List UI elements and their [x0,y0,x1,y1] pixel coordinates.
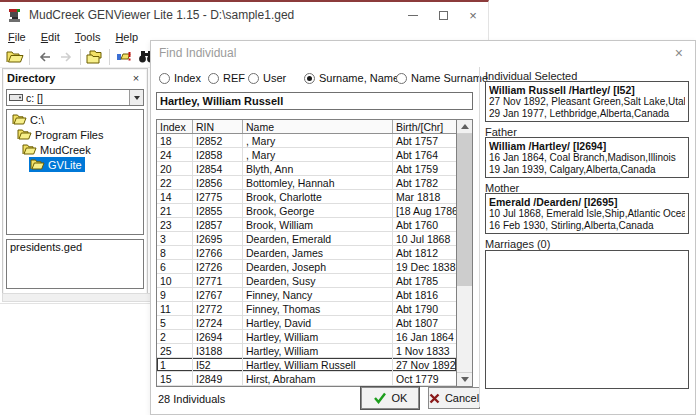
table-row[interactable]: 14 I2775 Brook, Charlotte Mar 1818 [157,190,456,204]
menu-help[interactable]: Help [115,31,138,43]
find-results: Index RIN Name Birth/[Chr] 18 I2852 , Ma… [156,119,473,387]
table-row[interactable]: 6 I2726 Dearden, Joseph 19 Dec 1838 [157,260,456,274]
marriages-label: Marriages (0) [485,238,689,250]
menu-tools[interactable]: Tools [75,31,101,43]
radio-user[interactable]: User [248,72,286,84]
gedcom-info-icon[interactable] [113,47,135,66]
directory-panel-title: Directory [7,72,55,84]
drive-selector[interactable]: c: [] [6,89,144,106]
close-icon[interactable]: × [458,2,488,28]
radio-index[interactable]: Index [159,72,201,84]
father-box: William /Hartley/ [I2694] 16 Jan 1864, C… [485,137,689,178]
maximize-icon[interactable] [428,2,458,28]
menu-edit[interactable]: Edit [41,31,60,43]
cancel-x-icon [429,393,440,404]
radio-circle[interactable] [248,73,259,84]
table-row[interactable]: 3 I2695 Dearden, Emerald 10 Jul 1868 [157,232,456,246]
table-row[interactable]: 22 I2856 Bottomley, Hannah Abt 1782 [157,176,456,190]
ok-button[interactable]: OK [361,387,419,409]
table-row[interactable]: 23 I2857 Brook, William Abt 1760 [157,218,456,232]
find-results-body: 18 I2852 , Mary Abt 1757 24 I2858 , Mary… [157,134,456,386]
toolbar-separator [80,49,81,65]
table-row[interactable]: 15 I2849 Hirst, Abraham Oct 1779 [157,372,456,386]
radio-name-surname[interactable]: Name Surname [396,72,488,84]
scroll-up-icon[interactable] [457,120,472,134]
drive-selector-value: c: [] [26,92,43,104]
tree-item-program-files[interactable]: Program Files [7,127,143,142]
table-row[interactable]: 18 I2852 , Mary Abt 1757 [157,134,456,148]
directory-close-icon[interactable]: × [129,72,143,84]
table-row[interactable]: 5 I2724 Hartley, David Abt 1807 [157,316,456,330]
minimize-icon[interactable] [398,2,428,28]
cancel-button[interactable]: Cancel [428,387,480,409]
table-row[interactable]: 21 I2855 Brook, George [18 Aug 1786] [157,204,456,218]
toolbar-separator [109,49,110,65]
radio-circle[interactable] [208,73,219,84]
dialog-title: Find Individual [159,46,236,60]
radio-circle[interactable] [159,73,170,84]
table-row[interactable]: 10 I2771 Dearden, Susy Abt 1785 [157,274,456,288]
table-header: Index RIN Name Birth/[Chr] [157,120,456,134]
find-individual-dialog: Find Individual × Index REF User Surname… [150,40,696,415]
dialog-titlebar: Find Individual × [151,41,695,65]
table-scrollbar[interactable] [456,120,472,386]
radio-circle-checked[interactable] [304,73,315,84]
individual-selected-box: William Russell /Hartley/ [I52] 27 Nov 1… [485,81,689,122]
back-arrow-icon[interactable] [33,47,55,66]
drive-icon [9,93,23,102]
tree-item-gvlite[interactable]: GVLite [7,157,143,172]
column-header-index[interactable]: Index [157,120,193,133]
ok-check-icon [373,392,387,404]
main-titlebar: MudCreek GENViewer Lite 1.15 - D:\sample… [0,2,488,28]
forward-arrow-icon [55,47,77,66]
radio-ref[interactable]: REF [208,72,245,84]
table-row[interactable]: 25 I3188 Hartley, William 1 Nov 1833 [157,344,456,358]
open-folder-icon[interactable] [4,47,26,66]
file-list: presidents.ged [6,239,144,289]
window-controls: × [398,2,488,28]
app-icon [7,8,23,23]
open-folders-icon[interactable] [84,47,106,66]
file-list-item[interactable]: presidents.ged [10,241,140,253]
mother-box: Emerald /Dearden/ [I2695] 10 Jul 1868, E… [485,193,689,234]
scrollbar-thumb[interactable] [457,134,472,286]
panel-divider [479,67,480,407]
table-row[interactable]: 20 I2854 Blyth, Ann Abt 1759 [157,162,456,176]
screen: MudCreek GENViewer Lite 1.15 - D:\sample… [0,0,696,415]
directory-tree: C:\ Program Files MudCreek GVLite [6,109,144,235]
column-header-rin[interactable]: RIN [193,120,243,133]
table-row[interactable]: 9 I2767 Finney, Nancy Abt 1816 [157,288,456,302]
radio-circle[interactable] [396,73,407,84]
menu-file[interactable]: File [8,31,26,43]
column-header-birth[interactable]: Birth/[Chr] [393,120,456,133]
column-header-name[interactable]: Name [243,120,393,133]
directory-panel-titlebar: Directory × [3,69,147,87]
marriages-box [485,250,689,389]
search-input[interactable] [156,92,473,110]
tree-item-mudcreek[interactable]: MudCreek [7,142,143,157]
scroll-down-icon[interactable] [457,372,472,386]
chevron-down-icon[interactable] [129,90,143,105]
radio-surname-name[interactable]: Surname, Name [304,72,399,84]
toolbar-separator [29,49,30,65]
table-row[interactable]: 8 I2766 Dearden, James Abt 1812 [157,246,456,260]
directory-panel: Directory × c: [] C:\ Program File [2,68,148,300]
table-row[interactable]: 24 I2858 , Mary Abt 1764 [157,148,456,162]
table-row[interactable]: 11 I2772 Finney, Thomas Abt 1790 [157,302,456,316]
individual-count: 28 Individuals [158,393,225,405]
table-row[interactable]: 1 I52 Hartley, William Russell 27 Nov 18… [157,358,456,372]
table-row[interactable]: 2 I2694 Hartley, William 16 Jan 1864 [157,330,456,344]
tree-item-c-drive[interactable]: C:\ [7,112,143,127]
dialog-close-icon[interactable]: × [675,45,683,61]
window-title: MudCreek GENViewer Lite 1.15 - D:\sample… [29,8,294,22]
